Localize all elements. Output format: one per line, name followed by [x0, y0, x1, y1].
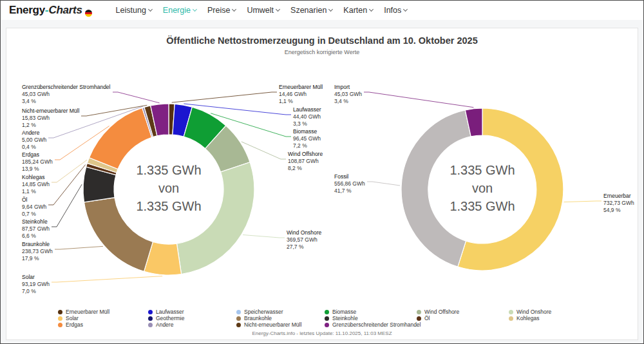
legend-dot-erneuerbarer-muell	[58, 310, 62, 314]
nav-item-label: Energie	[163, 6, 191, 15]
segment-label-wind-offshore: Wind Offshore108,87 GWh8,2 %	[288, 151, 323, 172]
nav-item-umwelt[interactable]: Umwelt	[247, 6, 279, 15]
chevron-down-icon	[193, 7, 197, 12]
legend-item-steinkohle[interactable]: Steinkohle	[325, 315, 421, 321]
nav-item-label: Karten	[343, 6, 367, 15]
nav-item-karten[interactable]: Karten	[343, 6, 373, 15]
label-connector-import	[364, 92, 473, 108]
chevron-down-icon	[328, 7, 333, 12]
legend-column: Wind OnshoreKohlegas	[509, 309, 551, 321]
legend-item-solar[interactable]: Solar	[58, 315, 109, 321]
segment-label-nicht-erneuerbarer-muell: Nicht-erneuerbarer Müll15,83 GWh1,2 %	[22, 108, 79, 129]
legend-label: Kohlegas	[516, 315, 539, 321]
nav-item-label: Infos	[384, 6, 401, 15]
legend-item-grenzueberschreitender-stromhandel[interactable]: Grenzüberschreitender Stromhandel	[325, 321, 421, 328]
legend-label: Laufwasser	[156, 309, 184, 315]
legend-label: Biomasse	[332, 309, 356, 315]
legend-dot-steinkohle	[325, 316, 329, 321]
energy-charts-logo[interactable]: Energy - Charts	[9, 4, 92, 17]
segment-label-wind-onshore: Wind Onshore369,57 GWh27,7 %	[287, 229, 321, 251]
legend-column: LaufwasserGeothermieAndere	[148, 309, 184, 328]
chevron-down-icon	[276, 7, 280, 12]
main-nav: LeistungEnergiePreiseUmweltSzenarienKart…	[116, 6, 408, 15]
nav-item-szenarien[interactable]: Szenarien	[290, 6, 332, 15]
legend-item-biomasse[interactable]: Biomasse	[325, 309, 421, 315]
legend-label: Geothermie	[156, 315, 184, 321]
chevron-down-icon	[232, 7, 236, 12]
segment-label-biomasse: Biomasse96,45 GWh7,2 %	[293, 128, 321, 149]
nav-item-preise[interactable]: Preise	[207, 6, 236, 15]
nav-item-label: Preise	[207, 6, 230, 15]
legend-label: Solar	[66, 315, 79, 321]
legend-dot-wind-offshore	[417, 310, 421, 314]
legend-dot-laufwasser	[148, 310, 153, 314]
legend-item-kohlegas[interactable]: Kohlegas	[509, 315, 551, 321]
legend-dot-grenzueberschreitender-stromhandel	[325, 323, 329, 327]
legend-dot-speicherwasser	[236, 310, 241, 314]
donut-center-label: 1.335 GWhvon1.335 GWh	[98, 161, 240, 215]
legend-item-speicherwasser[interactable]: Speicherwasser	[236, 309, 301, 315]
browser-frame: Energy - Charts LeistungEnergiePreiseUmw…	[0, 0, 644, 344]
legend-dot-nicht-erneuerbarer-muell	[236, 323, 241, 327]
logo-text-italic: Charts	[49, 4, 82, 17]
legend-dot-wind-onshore	[509, 310, 513, 314]
legend-column: Erneuerbarer MüllSolarErdgas	[58, 309, 109, 328]
chevron-down-icon	[403, 7, 408, 12]
segment-label-erdgas: Erdgas185,24 GWh13,9 %	[22, 151, 53, 173]
segment-label-andere: Andere5,00 GWh0,4 %	[22, 129, 46, 151]
legend-column: Wind OffshoreÖl	[417, 309, 459, 321]
segment-label-laufwasser: Laufwasser44,40 GWh3,3 %	[293, 106, 321, 128]
legend-label: Öl	[424, 315, 430, 321]
nav-item-label: Umwelt	[247, 6, 274, 15]
segment-label-fossil: Fossil556,86 GWh41,7 %	[334, 173, 365, 195]
pie-segment-erdgas[interactable]	[90, 108, 152, 169]
segment-label-oel: Öl9,64 GWh0,7 %	[22, 196, 46, 218]
legend-item-erdgas[interactable]: Erdgas	[58, 321, 109, 328]
legend-dot-solar	[58, 316, 62, 321]
nav-item-energie[interactable]: Energie	[163, 6, 196, 15]
nav-item-label: Szenarien	[290, 6, 327, 15]
segment-label-steinkohle: Steinkohle87,57 GWh6,6 %	[22, 218, 50, 240]
nav-item-leistung[interactable]: Leistung	[116, 6, 152, 15]
label-connector-fossil	[367, 182, 400, 186]
label-connector-oel	[48, 165, 86, 205]
label-connector-erneuerbarer-muell	[172, 92, 277, 102]
legend-item-andere[interactable]: Andere	[148, 321, 184, 328]
logo-text-bold: Energy	[9, 4, 45, 17]
legend-item-geothermie[interactable]: Geothermie	[148, 315, 184, 321]
donut-center-label: 1.335 GWhvon1.335 GWh	[412, 161, 553, 215]
legend-label: Grenzüberschreitender Stromhandel	[332, 321, 421, 328]
legend-item-erneuerbarer-muell[interactable]: Erneuerbarer Müll	[58, 309, 109, 315]
legend-item-braunkohle[interactable]: Braunkohle	[236, 315, 301, 321]
chevron-down-icon	[148, 7, 153, 12]
legend-item-oel[interactable]: Öl	[417, 315, 459, 321]
legend-label: Andere	[156, 321, 173, 328]
legend-item-laufwasser[interactable]: Laufwasser	[148, 309, 184, 315]
legend-item-nicht-erneuerbarer-muell[interactable]: Nicht-erneuerbarer Müll	[236, 321, 301, 328]
legend-label: Erdgas	[66, 321, 83, 328]
legend-label: Steinkohle	[332, 315, 358, 321]
legend-dot-oel	[417, 316, 421, 321]
label-connector-wind-onshore	[243, 235, 285, 238]
segment-label-braunkohle: Braunkohle238,73 GWh17,9 %	[22, 241, 53, 262]
legend-label: Speicherwasser	[244, 309, 283, 315]
german-flag-icon	[85, 10, 92, 17]
label-connector-grenzueberschreitender-stromhandel	[113, 92, 160, 103]
nav-item-label: Leistung	[116, 6, 146, 15]
segment-label-erneuerbar: Erneuerbar732,73 GWh54,9 %	[603, 193, 634, 214]
label-connector-steinkohle	[52, 184, 82, 227]
legend-dot-geothermie	[148, 316, 153, 321]
top-nav: Energy - Charts LeistungEnergiePreiseUmw…	[1, 1, 643, 20]
label-connector-erneuerbar	[564, 201, 602, 202]
nav-item-infos[interactable]: Infos	[384, 6, 407, 15]
legend-dot-braunkohle	[236, 316, 241, 321]
legend-item-wind-onshore[interactable]: Wind Onshore	[509, 309, 551, 315]
legend-label: Braunkohle	[244, 315, 272, 321]
segment-label-grenzueberschreitender-stromhandel: Grenzüberschreitender Stromhandel45,03 G…	[22, 84, 111, 105]
label-connector-kohlegas	[52, 160, 87, 182]
legend-label: Nicht-erneuerbarer Müll	[244, 321, 301, 328]
legend-column: BiomasseSteinkohleGrenzüberschreitender …	[325, 309, 421, 328]
legend-label: Wind Offshore	[424, 309, 459, 315]
legend-item-wind-offshore[interactable]: Wind Offshore	[417, 309, 459, 315]
page-content: Öffentliche Nettostromerzeugung in Deuts…	[1, 20, 643, 340]
